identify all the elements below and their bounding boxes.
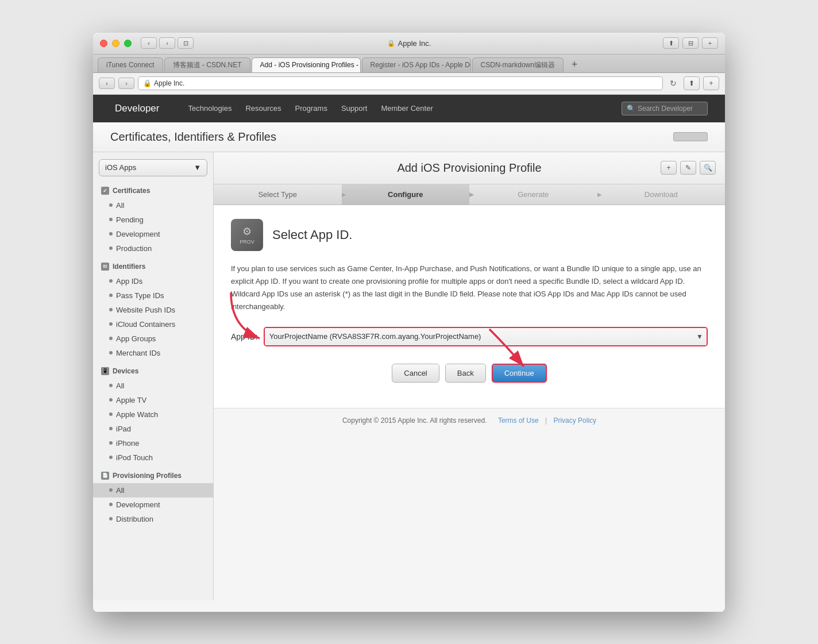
tab-csdn-blog[interactable]: 博客频道 - CSDN.NET — [164, 57, 250, 72]
step-download[interactable]: Download — [597, 184, 726, 205]
sidebar-item-provisioning-development[interactable]: Development — [93, 498, 213, 512]
sidebar-item-ipod-touch[interactable]: iPod Touch — [93, 450, 213, 465]
dot-icon — [109, 322, 113, 326]
close-button[interactable] — [100, 40, 107, 47]
sidebar-item-apple-watch[interactable]: Apple Watch — [93, 407, 213, 422]
sidebar-item-pass-type-ids[interactable]: Pass Type IDs — [93, 288, 213, 303]
sidebar-item-ipad[interactable]: iPad — [93, 422, 213, 436]
page-footer: Copyright © 2015 Apple Inc. All rights r… — [214, 408, 725, 433]
tab-provisioning-add[interactable]: Add - iOS Provisioning Profiles - Appl..… — [252, 57, 361, 72]
step-select-type[interactable]: Select Type — [214, 184, 342, 205]
dot-icon — [109, 517, 113, 520]
sidebar-section-devices: 📱 Devices All Apple TV Apple Watch iPad … — [93, 364, 213, 465]
lock-icon: 🔒 — [387, 40, 395, 47]
back-button[interactable]: Back — [445, 364, 486, 383]
dot-icon — [109, 279, 113, 283]
title-bar: ‹ › ⊡ 🔒 Apple Inc. ⬆ ⊟ + — [93, 33, 725, 55]
sidebar-item-apple-tv[interactable]: Apple TV — [93, 393, 213, 407]
sidebar-item-app-groups[interactable]: App Groups — [93, 331, 213, 346]
plus-button[interactable]: + — [702, 37, 718, 49]
nav-programs[interactable]: Programs — [295, 104, 327, 113]
tab-itunes-connect[interactable]: iTunes Connect — [98, 57, 163, 72]
dot-icon — [109, 308, 113, 311]
nav-technologies[interactable]: Technologies — [188, 104, 232, 113]
sidebar-item-icloud-containers[interactable]: iCloud Containers — [93, 317, 213, 331]
cancel-button[interactable]: Cancel — [392, 364, 439, 383]
sidebar-item-devices-all[interactable]: All — [93, 379, 213, 393]
dot-icon — [109, 294, 113, 297]
share-button[interactable]: ⬆ — [663, 37, 679, 49]
sidebar-item-provisioning-distribution[interactable]: Distribution — [93, 512, 213, 526]
sidebar-item-app-ids[interactable]: App IDs — [93, 274, 213, 288]
nav-member-center[interactable]: Member Center — [381, 104, 433, 113]
search-icon: 🔍 — [627, 105, 635, 113]
buttons-row: Cancel Back Continue — [231, 364, 708, 383]
sidebar-item-merchant-ids[interactable]: Merchant IDs — [93, 346, 213, 360]
developer-header: Developer Technologies Resources Program… — [93, 95, 725, 122]
nav-resources[interactable]: Resources — [245, 104, 281, 113]
sidebar-item-iphone[interactable]: iPhone — [93, 436, 213, 450]
extensions-button[interactable]: + — [703, 76, 719, 90]
profile-header: Add iOS Provisioning Profile + ✎ 🔍 — [214, 152, 725, 184]
dot-icon — [109, 351, 113, 354]
tab-button[interactable]: ⊟ — [682, 37, 699, 49]
browser-tabs: iTunes Connect 博客频道 - CSDN.NET Add - iOS… — [93, 55, 725, 73]
title-bar-right: ⬆ ⊟ + — [663, 37, 718, 49]
identifiers-icon: ID — [101, 263, 109, 271]
reload-button[interactable]: ↻ — [666, 76, 680, 90]
profile-title: Add iOS Provisioning Profile — [397, 161, 541, 175]
sidebar-item-cert-all[interactable]: All — [93, 198, 213, 213]
sidebar-dropdown[interactable]: iOS Apps ▼ — [99, 159, 207, 176]
continue-button[interactable]: Continue — [492, 364, 547, 383]
dot-icon — [109, 246, 113, 250]
certificates-icon: ✓ — [101, 187, 109, 195]
page-title: Certificates, Identifiers & Profiles — [110, 130, 276, 144]
main-layout: iOS Apps ▼ ✓ Certificates All Pending De… — [93, 152, 725, 600]
select-app-id-title: Select App ID. — [272, 227, 352, 242]
app-id-select[interactable]: YourProjectName (RVSA8S3F7R.com.ayang.Yo… — [265, 328, 707, 345]
tab-csdn-markdown[interactable]: CSDN-markdown编辑器 — [472, 57, 564, 72]
traffic-lights — [100, 40, 132, 47]
edit-profile-button[interactable]: ✎ — [680, 161, 696, 175]
new-tab-button[interactable]: + — [567, 57, 582, 72]
app-id-selector: App ID: YourProjectName (RVSA8S3F7R.com.… — [231, 327, 708, 346]
sidebar-item-cert-pending[interactable]: Pending — [93, 213, 213, 227]
back-nav-button[interactable]: ‹ — [99, 78, 115, 89]
app-id-label: App ID: — [231, 332, 258, 341]
forward-button[interactable]: › — [159, 37, 175, 49]
dot-icon — [109, 427, 113, 430]
certificates-header: ✓ Certificates — [93, 183, 213, 198]
fullscreen-button[interactable] — [124, 40, 132, 47]
footer-divider2: | — [545, 417, 547, 425]
sidebar-item-provisioning-all[interactable]: All — [93, 483, 213, 498]
devices-icon: 📱 — [101, 367, 109, 375]
content-area: Add iOS Provisioning Profile + ✎ 🔍 Selec… — [214, 152, 725, 600]
sidebar-item-cert-development[interactable]: Development — [93, 227, 213, 241]
browser-nav: ‹ › ⊡ — [141, 37, 194, 49]
dot-icon — [109, 337, 113, 340]
dot-icon — [109, 398, 113, 402]
step-generate[interactable]: Generate — [469, 184, 597, 205]
nav-support[interactable]: Support — [341, 104, 368, 113]
developer-logo: Developer — [110, 103, 160, 114]
forward-nav-button[interactable]: › — [118, 78, 134, 89]
sidebar-section-certificates: ✓ Certificates All Pending Development P… — [93, 183, 213, 256]
terms-link[interactable]: Terms of Use — [498, 417, 539, 425]
privacy-link[interactable]: Privacy Policy — [553, 417, 596, 425]
reader-button[interactable]: ⊡ — [178, 37, 194, 49]
share-nav-button[interactable]: ⬆ — [684, 76, 700, 90]
step-configure[interactable]: Configure — [342, 184, 470, 205]
sidebar-section-provisioning: 📄 Provisioning Profiles All Development … — [93, 468, 213, 526]
developer-search[interactable]: 🔍 Search Developer — [622, 102, 708, 115]
dot-icon — [109, 384, 113, 387]
sidebar-item-cert-production[interactable]: Production — [93, 241, 213, 256]
tab-register-app-ids[interactable]: Register - iOS App IDs - Apple Developer — [362, 57, 471, 72]
url-bar[interactable]: 🔒 Apple Inc. — [138, 76, 663, 90]
minimize-button[interactable] — [112, 40, 119, 47]
sidebar-item-website-push-ids[interactable]: Website Push IDs — [93, 303, 213, 317]
app-id-select-wrapper: YourProjectName (RVSA8S3F7R.com.ayang.Yo… — [264, 327, 708, 346]
back-button[interactable]: ‹ — [141, 37, 157, 49]
add-profile-button[interactable]: + — [661, 161, 677, 175]
search-profile-button[interactable]: 🔍 — [700, 161, 716, 175]
page-heading: Certificates, Identifiers & Profiles — [93, 122, 725, 152]
